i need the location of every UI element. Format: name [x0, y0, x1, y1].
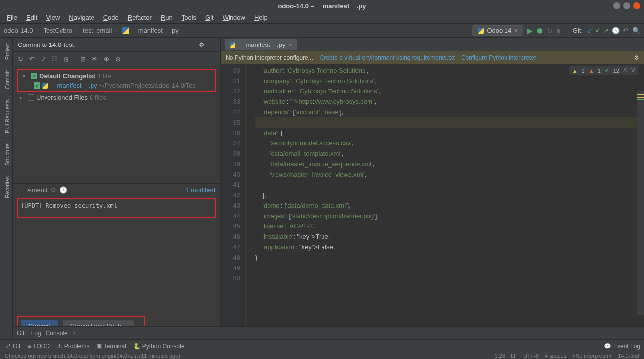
- minimize-pane-icon[interactable]: —: [209, 41, 215, 48]
- status-segment[interactable]: 14.0-test: [618, 353, 639, 359]
- rollback-icon[interactable]: ↶: [29, 55, 35, 63]
- chevron-down-icon[interactable]: ᐯ: [631, 67, 635, 74]
- refresh-icon[interactable]: ↻: [18, 55, 23, 63]
- menu-window[interactable]: Window: [219, 13, 249, 22]
- menu-edit[interactable]: Edit: [22, 13, 41, 22]
- debug-icon[interactable]: ⬢: [537, 27, 543, 35]
- collapse-icon[interactable]: ⊖: [115, 55, 121, 63]
- tool-git[interactable]: ⎇Git: [4, 343, 20, 350]
- commit-tool-window: Commit to 14.0-test ⚙ — ↻ ↶ ⤢ ☷ ⎘ ⊞ 👁 ⊕ …: [13, 38, 221, 339]
- menu-navigate[interactable]: Navigate: [65, 13, 98, 22]
- gear-icon[interactable]: ⚙: [50, 186, 56, 194]
- close-tab-icon[interactable]: ×: [288, 41, 292, 48]
- window-controls: [613, 2, 640, 9]
- status-segment[interactable]: 4 spaces: [545, 353, 566, 359]
- breadcrumb-segment[interactable]: odoo-14.0: [4, 27, 33, 34]
- gear-icon[interactable]: ⚙: [199, 41, 205, 48]
- status-segment[interactable]: <No interpreter>: [572, 353, 612, 359]
- git-rollback-icon[interactable]: ↶: [623, 27, 628, 34]
- run-configuration-selector[interactable]: Odoo 14 ▾: [472, 25, 523, 36]
- stop-icon: ■: [556, 27, 560, 35]
- modified-link[interactable]: 1 modified: [185, 186, 215, 194]
- checkbox-checked-icon[interactable]: ✓: [34, 82, 40, 89]
- line-gutter: 3031323334353637383940414243444546474849…: [221, 64, 245, 327]
- menu-code[interactable]: Code: [99, 13, 123, 22]
- python-icon: [230, 42, 235, 48]
- breadcrumb-segment[interactable]: TestCybro: [44, 27, 73, 34]
- git-history-icon[interactable]: 🕓: [612, 27, 620, 34]
- warning-badge-icon: ▲: [572, 68, 578, 74]
- breadcrumb-segment[interactable]: __manifest__.py: [131, 27, 178, 34]
- changelist-icon[interactable]: ☷: [52, 55, 58, 63]
- run-disabled-icon: ↻: [547, 27, 552, 35]
- tool-todo[interactable]: ≡TODO: [27, 343, 49, 350]
- chevron-up-icon[interactable]: ᐱ: [623, 67, 627, 74]
- close-icon[interactable]: [633, 2, 640, 9]
- menu-refactor[interactable]: Refactor: [124, 13, 156, 22]
- minimize-icon[interactable]: [613, 2, 620, 9]
- rail-commit[interactable]: Commit: [0, 65, 12, 94]
- menu-run[interactable]: Run: [157, 13, 177, 22]
- inspection-badges[interactable]: ▲1 ▲1 ✔12 ᐱ ᐯ: [569, 66, 638, 75]
- chevron-down-icon: ▾: [514, 27, 518, 34]
- group-icon[interactable]: ⊞: [80, 55, 86, 63]
- menu-file[interactable]: File: [3, 13, 21, 22]
- rail-favorites[interactable]: Favorites: [0, 171, 12, 203]
- window-title: odoo-14.0 – __manifest__.py: [278, 2, 366, 10]
- show-icon[interactable]: 👁: [92, 55, 98, 63]
- warning-text: No Python interpreter configure...: [226, 54, 313, 61]
- search-icon[interactable]: 🔍: [632, 27, 640, 34]
- chevron-down-icon[interactable]: ▾: [23, 73, 29, 79]
- scroll-overview[interactable]: [637, 91, 644, 315]
- status-segment[interactable]: LF: [511, 353, 517, 359]
- chevron-right-icon[interactable]: ▸: [20, 95, 26, 100]
- breadcrumb-segment[interactable]: test_email: [83, 27, 112, 34]
- git-commit-icon[interactable]: ✔: [595, 27, 600, 34]
- event-log-button[interactable]: 💬 Event Log: [604, 343, 640, 350]
- status-segment[interactable]: 1:28: [495, 353, 505, 359]
- interpreter-warning-bar: No Python interpreter configure... Creat…: [221, 51, 644, 64]
- unversioned-node[interactable]: ▸ Unversioned Files 6 files: [17, 93, 220, 102]
- console-tab[interactable]: Console: [46, 330, 68, 337]
- git-update-icon[interactable]: ↙: [587, 27, 592, 34]
- breadcrumb[interactable]: odoo-14.0〉TestCybro〉test_email〉__manifes…: [4, 26, 179, 35]
- rail-structure[interactable]: Structure: [0, 138, 12, 171]
- checkbox-empty-icon[interactable]: [28, 94, 34, 101]
- python-icon: [42, 83, 48, 89]
- create-venv-link[interactable]: Create a virtual environment using requi…: [320, 54, 455, 61]
- run-icon[interactable]: ▶: [527, 27, 533, 35]
- menu-view[interactable]: View: [42, 13, 64, 22]
- log-tab[interactable]: Log: [31, 330, 41, 337]
- event-log-icon: 💬: [604, 343, 611, 350]
- checkbox-checked-icon[interactable]: ✓: [31, 73, 37, 79]
- tool-python-console[interactable]: 🐍Python Console: [133, 343, 184, 350]
- tool-terminal[interactable]: ▣Terminal: [96, 343, 126, 350]
- menu-help[interactable]: Help: [250, 13, 272, 22]
- configure-interpreter-link[interactable]: Configure Python interpreter: [461, 54, 536, 61]
- tool-problems[interactable]: ⚠Problems: [57, 343, 90, 350]
- menu-git[interactable]: Git: [201, 13, 218, 22]
- shelf-icon[interactable]: ⎘: [64, 55, 68, 63]
- gear-icon[interactable]: ⚙: [634, 54, 639, 61]
- bottom-tool-strip: ⎇Git≡TODO⚠Problems▣Terminal🐍Python Conso…: [0, 339, 644, 352]
- changelist-node[interactable]: ▾ ✓ Default Changelist 1 file: [20, 71, 213, 81]
- close-icon[interactable]: ×: [73, 330, 76, 337]
- vcs-log-tabs: Git: Log Console ×: [13, 326, 644, 339]
- status-segment[interactable]: UTF-8: [523, 353, 539, 359]
- maximize-icon[interactable]: [623, 2, 630, 9]
- menu-tools[interactable]: Tools: [178, 13, 200, 22]
- commit-message-input[interactable]: [UPDT] Removed security.xml: [17, 198, 216, 218]
- git-push-icon[interactable]: ↗: [603, 27, 609, 34]
- typo-badge-icon: ✔: [605, 67, 609, 74]
- expand-icon[interactable]: ⊕: [104, 55, 109, 63]
- python-icon: [122, 27, 129, 34]
- editor-tab[interactable]: __manifest__.py ×: [225, 39, 297, 50]
- changed-file-row[interactable]: ✓ __manifest__.py ~/PycharmProjects/odoo…: [20, 81, 213, 90]
- rail-pull-requests[interactable]: Pull Requests: [0, 94, 12, 138]
- code-editor[interactable]: 3031323334353637383940414243444546474849…: [221, 64, 644, 327]
- amend-checkbox[interactable]: [18, 187, 24, 193]
- rail-project[interactable]: Project: [0, 38, 12, 65]
- history-icon[interactable]: 🕓: [59, 186, 67, 194]
- python-icon: [478, 28, 484, 34]
- diff-icon[interactable]: ⤢: [41, 55, 46, 63]
